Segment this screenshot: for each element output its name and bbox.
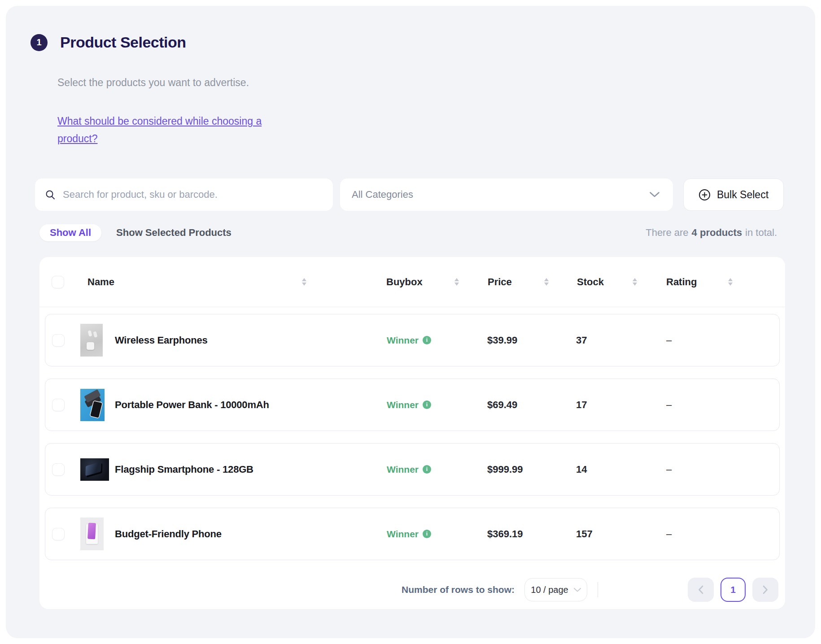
chevron-left-icon [698,585,703,594]
search-box[interactable] [35,178,333,211]
chevron-down-icon [574,588,581,592]
bulk-select-button[interactable]: Bulk Select [683,178,784,211]
sort-icon-buybox[interactable] [454,257,459,307]
buybox-status: Winner [387,400,419,410]
page-1-button[interactable]: 1 [721,578,746,602]
plus-circle-icon [699,189,711,201]
step-number-badge: 1 [31,34,48,51]
category-dropdown[interactable]: All Categories [340,178,673,211]
pagination-bar: Number of rows to show: 10 / page 1 [46,578,778,602]
product-rows: Wireless Earphones Winner i $39.99 37 – … [45,314,780,560]
product-price: $999.99 [487,464,576,475]
product-rating: – [666,528,779,540]
controls-row: All Categories Bulk Select [35,178,784,211]
sort-icon-stock[interactable] [633,257,637,307]
row-checkbox[interactable] [52,463,65,476]
sort-icon-price[interactable] [544,257,549,307]
column-header-name[interactable]: Name [87,257,114,307]
row-checkbox[interactable] [52,334,65,347]
info-icon[interactable]: i [423,336,431,344]
info-icon[interactable]: i [423,530,431,538]
help-link[interactable]: What should be considered while choosing… [57,113,273,148]
category-selected-value: All Categories [352,189,413,200]
buybox-status: Winner [387,529,419,540]
info-icon[interactable]: i [423,400,431,409]
product-image [80,324,103,357]
chevron-down-icon [650,192,659,197]
buybox-status: Winner [387,335,419,346]
column-header-rating[interactable]: Rating [666,257,697,307]
chevron-right-icon [763,585,768,594]
page-size-select[interactable]: 10 / page [524,578,587,601]
product-stock: 14 [576,464,666,475]
rows-per-page-label: Number of rows to show: [402,584,515,595]
product-price: $69.49 [487,399,576,411]
sort-icon-rating[interactable] [728,257,733,307]
total-suffix: in total. [745,227,777,239]
product-price: $39.99 [487,335,576,346]
column-header-stock[interactable]: Stock [577,257,604,307]
buybox-status: Winner [387,464,419,475]
pagination-divider [598,582,598,597]
table-row[interactable]: Flagship Smartphone - 128GB Winner i $99… [45,443,780,496]
page-size-value: 10 / page [531,585,568,595]
product-name: Portable Power Bank - 10000mAh [115,399,387,411]
product-rating: – [666,464,779,475]
column-header-price[interactable]: Price [488,257,512,307]
product-name: Flagship Smartphone - 128GB [115,464,387,475]
total-products-text: There are 4 products in total. [646,227,777,239]
product-name: Wireless Earphones [115,335,387,346]
select-all-checkbox[interactable] [52,276,64,288]
total-prefix: There are [646,227,688,239]
bulk-select-label: Bulk Select [717,189,769,201]
table-row[interactable]: Wireless Earphones Winner i $39.99 37 – [45,314,780,366]
product-price: $369.19 [487,528,576,540]
column-header-buybox[interactable]: Buybox [386,257,423,307]
tabs-row: Show All Show Selected Products There ar… [39,224,777,241]
product-image [80,458,109,481]
table-row[interactable]: Budget-Friendly Phone Winner i $369.19 1… [45,508,780,560]
product-stock: 37 [576,335,666,346]
sort-icon-name[interactable] [302,257,306,307]
product-image [80,518,104,550]
tab-show-selected[interactable]: Show Selected Products [116,227,231,239]
product-selection-panel: 1 Product Selection Select the products … [6,6,815,638]
row-checkbox[interactable] [52,528,65,540]
total-count: 4 products [692,227,742,239]
page-title: Product Selection [60,34,186,51]
row-checkbox[interactable] [52,399,65,411]
products-table: Name Buybox Price Stock Rating Wireless … [39,257,785,609]
product-image [80,389,105,421]
page-subtitle: Select the products you want to advertis… [57,77,249,89]
product-name: Budget-Friendly Phone [115,528,387,540]
table-header: Name Buybox Price Stock Rating [39,257,785,307]
table-row[interactable]: Portable Power Bank - 10000mAh Winner i … [45,379,780,431]
search-input[interactable] [63,189,323,200]
info-icon[interactable]: i [423,465,431,474]
tab-show-all[interactable]: Show All [39,224,101,241]
product-rating: – [666,335,779,346]
previous-page-button[interactable] [688,578,714,602]
product-stock: 17 [576,399,666,411]
search-icon [45,189,56,200]
step-header: 1 Product Selection [31,34,186,51]
product-rating: – [666,399,779,411]
product-stock: 157 [576,528,666,540]
next-page-button[interactable] [752,578,778,602]
